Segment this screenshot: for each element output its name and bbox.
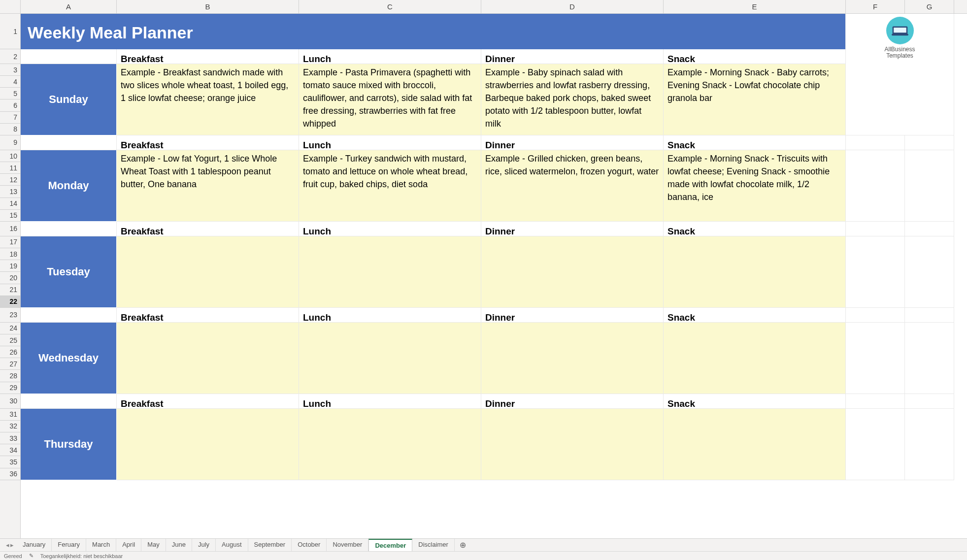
row-header-19[interactable]: 19 [0, 260, 20, 272]
row-header-16[interactable]: 16 [0, 222, 20, 236]
row-header-30[interactable]: 30 [0, 394, 20, 409]
cell-blank[interactable] [905, 394, 954, 409]
cell-blank[interactable] [21, 394, 117, 409]
sheet-tab-april[interactable]: April [116, 539, 141, 551]
row-header-18[interactable]: 18 [0, 248, 20, 260]
cell-blank[interactable] [905, 150, 954, 222]
meal-header-dinner[interactable]: Dinner [481, 222, 664, 236]
meal-header-breakfast[interactable]: Breakfast [117, 222, 299, 236]
cell-blank[interactable] [21, 135, 117, 150]
meal-cell-wednesday-lunch[interactable] [299, 323, 481, 394]
meal-cell-thursday-lunch[interactable] [299, 409, 481, 480]
sheet-tab-feruary[interactable]: Feruary [52, 539, 86, 551]
meal-cell-tuesday-lunch[interactable] [299, 236, 481, 308]
row-header-10[interactable]: 10 [0, 150, 20, 162]
cell-blank[interactable] [905, 236, 954, 308]
cell-blank[interactable] [846, 308, 905, 323]
row-header-5[interactable]: 5 [0, 88, 20, 99]
row-header-1[interactable]: 1 [0, 14, 20, 49]
row-header-20[interactable]: 20 [0, 272, 20, 284]
cell-blank[interactable] [21, 49, 117, 64]
cell-blank[interactable] [846, 394, 905, 409]
meal-header-breakfast[interactable]: Breakfast [117, 308, 299, 323]
row-header-11[interactable]: 11 [0, 162, 20, 174]
row-header-29[interactable]: 29 [0, 382, 20, 394]
meal-cell-thursday-breakfast[interactable] [117, 409, 299, 480]
cell-blank[interactable] [846, 222, 905, 236]
worksheet-area[interactable]: Weekly Meal PlannerAllBusinessTemplatesB… [21, 14, 967, 538]
meal-header-breakfast[interactable]: Breakfast [117, 49, 299, 64]
meal-header-snack[interactable]: Snack [664, 308, 846, 323]
cell-blank[interactable] [846, 236, 905, 308]
sheet-tab-october[interactable]: October [292, 539, 327, 551]
meal-header-snack[interactable]: Snack [664, 135, 846, 150]
meal-cell-wednesday-snack[interactable] [664, 323, 846, 394]
row-header-26[interactable]: 26 [0, 346, 20, 358]
sheet-tab-january[interactable]: January [17, 539, 52, 551]
col-header-A[interactable]: A [21, 0, 117, 13]
row-header-23[interactable]: 23 [0, 308, 20, 323]
cell-blank[interactable] [905, 323, 954, 394]
row-header-28[interactable]: 28 [0, 370, 20, 382]
row-header-13[interactable]: 13 [0, 186, 20, 198]
meal-header-snack[interactable]: Snack [664, 222, 846, 236]
col-header-E[interactable]: E [664, 0, 846, 13]
row-header-22[interactable]: 22 [0, 296, 20, 308]
row-header-2[interactable]: 2 [0, 49, 20, 64]
meal-header-breakfast[interactable]: Breakfast [117, 394, 299, 409]
meal-cell-tuesday-dinner[interactable] [481, 236, 664, 308]
meal-header-breakfast[interactable]: Breakfast [117, 135, 299, 150]
meal-cell-wednesday-dinner[interactable] [481, 323, 664, 394]
cell-blank[interactable] [905, 222, 954, 236]
row-header-17[interactable]: 17 [0, 236, 20, 248]
row-header-35[interactable]: 35 [0, 456, 20, 468]
cell-blank[interactable] [846, 150, 905, 222]
meal-header-snack[interactable]: Snack [664, 394, 846, 409]
meal-header-lunch[interactable]: Lunch [299, 394, 481, 409]
meal-header-lunch[interactable]: Lunch [299, 49, 481, 64]
meal-cell-wednesday-breakfast[interactable] [117, 323, 299, 394]
meal-header-snack[interactable]: Snack [664, 49, 846, 64]
sheet-tab-march[interactable]: March [86, 539, 116, 551]
sheet-tab-may[interactable]: May [141, 539, 166, 551]
tab-first-icon[interactable]: ◂ [6, 541, 9, 549]
row-header-34[interactable]: 34 [0, 444, 20, 456]
cell-blank[interactable] [905, 409, 954, 480]
row-header-31[interactable]: 31 [0, 409, 20, 421]
meal-header-lunch[interactable]: Lunch [299, 135, 481, 150]
row-header-15[interactable]: 15 [0, 210, 20, 222]
col-header-F[interactable]: F [846, 0, 905, 13]
cell-blank[interactable] [905, 135, 954, 150]
meal-cell-monday-dinner[interactable]: Example - Grilled chicken, green beans, … [481, 150, 664, 222]
meal-cell-sunday-breakfast[interactable]: Example - Breakfast sandwich made with t… [117, 64, 299, 135]
cell-blank[interactable] [21, 308, 117, 323]
sheet-tab-june[interactable]: June [166, 539, 192, 551]
tab-prev-icon[interactable]: ▸ [10, 541, 14, 549]
row-header-14[interactable]: 14 [0, 198, 20, 210]
cell-blank[interactable] [846, 323, 905, 394]
meal-header-dinner[interactable]: Dinner [481, 135, 664, 150]
meal-cell-tuesday-snack[interactable] [664, 236, 846, 308]
row-header-4[interactable]: 4 [0, 76, 20, 88]
meal-cell-sunday-snack[interactable]: Example - Morning Snack - Baby carrots; … [664, 64, 846, 135]
sheet-tab-july[interactable]: July [192, 539, 216, 551]
meal-cell-sunday-lunch[interactable]: Example - Pasta Primavera (spaghetti wit… [299, 64, 481, 135]
row-header-7[interactable]: 7 [0, 112, 20, 124]
sheet-tab-december[interactable]: December [368, 539, 412, 551]
row-header-24[interactable]: 24 [0, 323, 20, 334]
meal-header-dinner[interactable]: Dinner [481, 308, 664, 323]
meal-header-lunch[interactable]: Lunch [299, 308, 481, 323]
cell-blank[interactable] [846, 135, 905, 150]
row-header-32[interactable]: 32 [0, 421, 20, 432]
row-header-36[interactable]: 36 [0, 468, 20, 480]
col-header-G[interactable]: G [905, 0, 954, 13]
meal-header-dinner[interactable]: Dinner [481, 394, 664, 409]
cell-blank[interactable] [21, 222, 117, 236]
col-header-D[interactable]: D [481, 0, 664, 13]
meal-header-dinner[interactable]: Dinner [481, 49, 664, 64]
meal-cell-monday-snack[interactable]: Example - Morning Snack - Triscuits with… [664, 150, 846, 222]
cell-blank[interactable] [846, 409, 905, 480]
sheet-tab-september[interactable]: September [248, 539, 292, 551]
meal-cell-monday-breakfast[interactable]: Example - Low fat Yogurt, 1 slice Whole … [117, 150, 299, 222]
col-header-B[interactable]: B [117, 0, 299, 13]
